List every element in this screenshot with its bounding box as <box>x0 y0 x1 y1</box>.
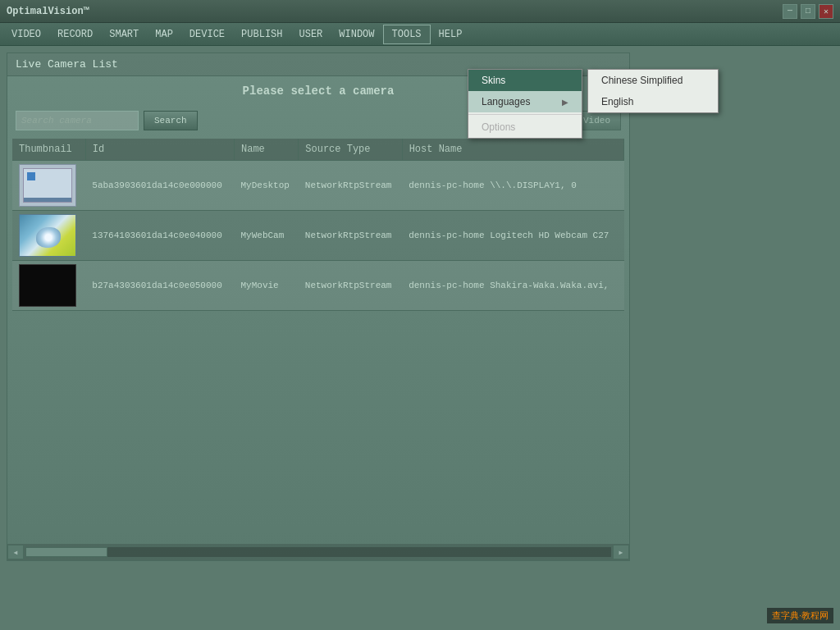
search-button[interactable]: Search <box>144 111 198 130</box>
menu-options-item: Options <box>468 116 582 138</box>
source-type-cell: NetworkRtpStream <box>299 261 402 311</box>
col-thumbnail: Thumbnail <box>12 139 85 161</box>
menu-help[interactable]: HELP <box>431 25 471 43</box>
col-name: Name <box>234 139 298 161</box>
menu-map[interactable]: MAP <box>147 25 181 43</box>
host-name-cell: dennis-pc-home Shakira-Waka.Waka.avi, <box>402 261 623 311</box>
menu-separator <box>468 114 582 115</box>
table-row[interactable]: 13764103601da14c0e040000MyWebCamNetworkR… <box>12 211 624 261</box>
menu-tools[interactable]: TOOLS <box>383 25 431 44</box>
minimize-button[interactable]: ─ <box>783 4 797 19</box>
tools-dropdown: Skins Languages ▶ Options <box>468 69 582 139</box>
scroll-thumb[interactable] <box>25 547 107 557</box>
id-cell: b27a4303601da14c0e050000 <box>85 261 234 311</box>
name-cell: MyWebCam <box>234 211 298 261</box>
watermark: 查字典·教程网 <box>767 608 833 623</box>
camera-tbody: 5aba3903601da14c0e000000MyDesktopNetwork… <box>12 161 624 311</box>
languages-arrow-icon: ▶ <box>562 98 568 107</box>
menu-window[interactable]: WINDOW <box>331 25 382 43</box>
main-content: Live Camera List Please select a camera … <box>0 46 840 630</box>
menu-device[interactable]: DEVICE <box>181 25 233 43</box>
app-title: OptimalVision™ <box>7 6 89 17</box>
name-cell: MyMovie <box>234 261 298 311</box>
id-cell: 5aba3903601da14c0e000000 <box>85 161 234 211</box>
scroll-left-button[interactable]: ◀ <box>7 545 24 559</box>
menu-record[interactable]: RECORD <box>49 25 101 43</box>
lang-english[interactable]: English <box>588 91 718 112</box>
menu-video[interactable]: VIDEO <box>3 25 49 43</box>
languages-submenu: Chinese Simplified English <box>587 69 719 113</box>
black-thumbnail <box>19 264 76 307</box>
flower-thumbnail <box>19 214 76 257</box>
horizontal-scrollbar: ◀ ▶ <box>7 544 629 560</box>
scroll-right-button[interactable]: ▶ <box>613 545 629 559</box>
table-header-row: Thumbnail Id Name Source Type Host Name <box>12 139 624 161</box>
col-source-type: Source Type <box>299 139 402 161</box>
table-container: Thumbnail Id Name Source Type Host Name … <box>12 135 624 311</box>
col-id: Id <box>85 139 234 161</box>
maximize-button[interactable]: □ <box>801 4 815 19</box>
table-row[interactable]: 5aba3903601da14c0e000000MyDesktopNetwork… <box>12 161 624 211</box>
lang-chinese-simplified[interactable]: Chinese Simplified <box>588 70 718 91</box>
search-input[interactable] <box>16 111 139 130</box>
source-type-cell: NetworkRtpStream <box>299 161 402 211</box>
menu-smart[interactable]: SMART <box>101 25 147 43</box>
thumbnail-cell <box>12 211 85 261</box>
title-bar: OptimalVision™ ─ □ ✕ <box>0 0 840 23</box>
window-controls: ─ □ ✕ <box>783 4 833 19</box>
menu-bar: VIDEO RECORD SMART MAP DEVICE PUBLISH US… <box>0 23 840 46</box>
menu-languages-item[interactable]: Languages ▶ <box>468 91 582 112</box>
camera-table: Thumbnail Id Name Source Type Host Name … <box>12 139 624 311</box>
source-type-cell: NetworkRtpStream <box>299 211 402 261</box>
scroll-track[interactable] <box>25 547 611 557</box>
id-cell: 13764103601da14c0e040000 <box>85 211 234 261</box>
menu-skins-item[interactable]: Skins <box>468 70 582 91</box>
host-name-cell: dennis-pc-home \\.\.DISPLAY1, 0 <box>402 161 623 211</box>
menu-user[interactable]: USER <box>291 25 331 43</box>
table-row[interactable]: b27a4303601da14c0e050000MyMovieNetworkRt… <box>12 261 624 311</box>
thumbnail-cell <box>12 161 85 211</box>
host-name-cell: dennis-pc-home Logitech HD Webcam C27 <box>402 211 623 261</box>
col-host-name: Host Name <box>402 139 623 161</box>
menu-publish[interactable]: PUBLISH <box>233 25 290 43</box>
close-button[interactable]: ✕ <box>819 4 833 19</box>
thumbnail-cell <box>12 261 85 311</box>
name-cell: MyDesktop <box>234 161 298 211</box>
desktop-thumbnail <box>19 164 76 207</box>
